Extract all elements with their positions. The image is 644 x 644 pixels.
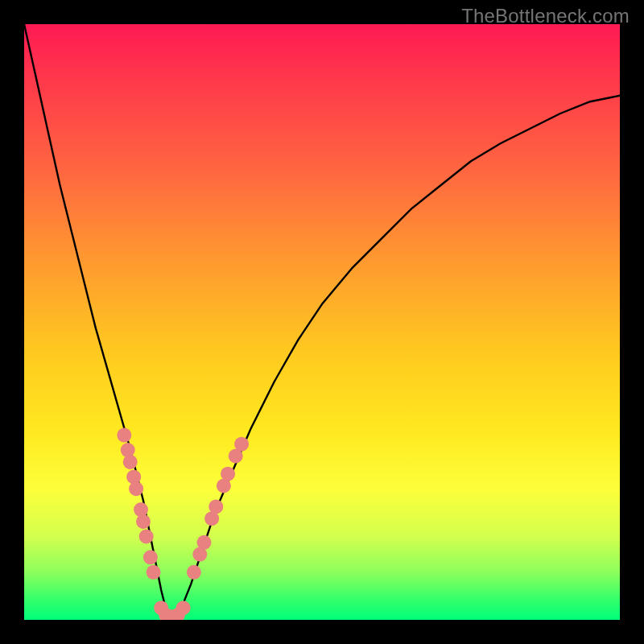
highlight-dot [123, 455, 138, 469]
highlight-dot [176, 601, 191, 615]
highlight-dot [143, 550, 158, 564]
highlight-dot [121, 443, 135, 457]
chart-frame: TheBottleneck.com [0, 0, 644, 644]
chart-svg [24, 24, 620, 620]
highlight-dot [117, 428, 131, 443]
highlight-dots [117, 428, 249, 620]
highlight-dot [187, 565, 201, 580]
highlight-dot [139, 529, 154, 543]
highlight-dot [136, 514, 151, 529]
highlight-dot [129, 481, 143, 496]
highlight-dot [126, 469, 141, 484]
highlight-dot [221, 467, 235, 481]
highlight-dot [147, 565, 161, 580]
highlight-dot [196, 535, 211, 550]
highlight-dot [134, 502, 148, 517]
bottleneck-curve [24, 24, 620, 620]
highlight-dot [234, 437, 249, 452]
plot-area [24, 24, 620, 620]
highlight-dot [208, 499, 223, 514]
